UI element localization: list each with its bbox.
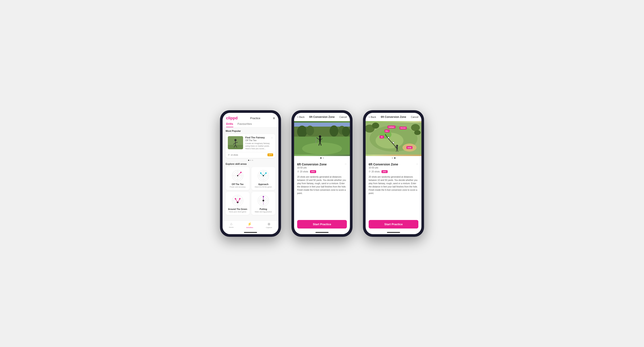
capture-icon: ⊕ (268, 222, 270, 226)
favourite-icon[interactable]: ☆ (344, 163, 347, 166)
arg-skill-name: Around The Green (228, 208, 247, 210)
approach-skill-desc: Dial-in to hit the green (255, 186, 272, 188)
ott-skill-name: Off The Tee (232, 183, 244, 185)
dot-3 (252, 160, 253, 161)
drill-title-row: 6ft Conversion Zone 10-50 yds ☆ (297, 163, 347, 169)
phone3-detail-content: 6ft Conversion Zone 10-50 yds ☆ ⏱ 20 sho… (366, 160, 422, 218)
approach-diagram (257, 169, 270, 182)
drill-thumbnail (228, 136, 243, 149)
tab-drills[interactable]: Drills (226, 122, 233, 127)
phone-3: < Back 6ft Conversion Zone Cancel (363, 110, 424, 237)
back-button[interactable]: < Back (297, 116, 304, 118)
arg-tag: ARG (310, 170, 316, 173)
svg-rect-55 (319, 138, 321, 142)
shots-row: ⏱ 20 shots ARG (297, 170, 347, 173)
svg-text:SAND: SAND (408, 147, 412, 148)
svg-point-47 (297, 126, 307, 138)
nav-capture[interactable]: ⊕ Capture (266, 222, 272, 228)
ott-diagram (231, 169, 244, 182)
drill-subtitle: Off The Tee (245, 139, 265, 142)
image-dots (294, 156, 350, 160)
hamburger-icon[interactable]: ≡ (273, 116, 275, 120)
arg-tag-3: ARG (382, 170, 388, 173)
svg-line-13 (238, 172, 241, 176)
drill-range-3: 10-50 yds (369, 167, 398, 169)
svg-text:Hit: Hit (381, 136, 383, 138)
home-icon: ⌂ (230, 222, 232, 226)
svg-point-15 (237, 175, 238, 176)
phone1-content: Most Popular (222, 127, 278, 220)
dot-2 (250, 160, 251, 161)
drill-description-3: 20 shots are randomly generated at dista… (369, 175, 418, 195)
approach-skill-name: Approach (258, 183, 268, 185)
activities-icon: ⚡ (248, 222, 252, 226)
nav-activities[interactable]: ⚡ Activities (246, 222, 253, 228)
favourite-icon-3[interactable]: ☆ (416, 163, 418, 166)
header-title: Practice (250, 117, 260, 120)
shots-info-3: ⏱ 20 shots (369, 170, 380, 173)
img-dot-3-1 (392, 157, 393, 159)
svg-point-22 (265, 172, 267, 174)
svg-point-2 (234, 139, 236, 141)
tabs-row: Drills Favourites (222, 121, 278, 127)
svg-rect-1 (228, 145, 243, 149)
image-dots-3 (366, 156, 422, 160)
skill-card-approach[interactable]: Approach Dial-in to hit the green (251, 167, 275, 190)
phone-2: < Back 6ft Conversion Zone Cancel (292, 110, 352, 237)
clock-icon-3: ⏱ (369, 170, 371, 173)
svg-text:ROUGH: ROUGH (400, 127, 406, 129)
carousel-dots (226, 160, 275, 161)
putting-diagram (257, 194, 270, 207)
shots-label: ⏱ 10 shots (228, 154, 238, 156)
clock-icon-2: ⏱ (297, 170, 299, 173)
drill-photo (294, 121, 350, 156)
tab-favourites[interactable]: Favourites (238, 122, 252, 127)
start-practice-button-3[interactable]: Start Practice (369, 220, 418, 228)
nav-activities-label: Activities (246, 226, 253, 228)
svg-point-44 (262, 200, 264, 201)
skill-card-putting[interactable]: Putting Make and lag practice (251, 192, 275, 215)
nav-home-label: Home (229, 226, 234, 228)
drill-info: Find The Fairway Off The Tee ☆ Create an… (245, 136, 273, 150)
svg-point-48 (306, 126, 314, 136)
shots-info: ⏱ 20 shots (297, 170, 308, 173)
favourite-icon[interactable]: ☆ (271, 136, 273, 139)
nav-capture-label: Capture (266, 226, 272, 228)
drill-title-row-3: 6ft Conversion Zone 10-50 yds ☆ (369, 163, 418, 169)
ott-skill-desc: Power and accuracy (230, 186, 246, 188)
home-indicator (244, 232, 257, 233)
skill-card-ott[interactable]: Off The Tee Power and accuracy (226, 167, 250, 190)
nav-home[interactable]: ⌂ Home (229, 222, 234, 228)
cancel-button-3[interactable]: Cancel (411, 116, 418, 118)
clippd-logo: clippd (226, 116, 238, 121)
back-button-3[interactable]: < Back (369, 116, 376, 118)
svg-point-14 (240, 172, 242, 173)
svg-text:FAIRWAY: FAIRWAY (388, 126, 395, 128)
svg-point-42 (263, 196, 264, 197)
svg-point-49 (330, 126, 338, 137)
explore-grid: Off The Tee Power and accuracy (226, 167, 275, 215)
explore-label: Explore skill areas (226, 163, 275, 165)
clock-icon: ⏱ (228, 154, 230, 156)
svg-point-33 (235, 198, 236, 199)
img-dot-1 (320, 157, 322, 159)
featured-drill-card[interactable]: Find The Fairway Off The Tee ☆ Create an… (226, 134, 275, 158)
ott-tag: OTT (268, 153, 273, 156)
skill-card-arg[interactable]: Around The Green Hone your short game (226, 192, 250, 215)
drill-description: Create an imaginary fairway using trees … (245, 142, 273, 150)
svg-point-24 (260, 172, 262, 174)
drill-title: 6ft Conversion Zone (297, 163, 326, 166)
cancel-button[interactable]: Cancel (340, 116, 347, 118)
svg-point-53 (302, 143, 342, 155)
start-practice-button[interactable]: Start Practice (297, 220, 347, 228)
drill-footer: ⏱ 10 shots OTT (226, 152, 275, 158)
drill-title-3: 6ft Conversion Zone (369, 163, 398, 166)
svg-point-51 (342, 127, 350, 137)
dot-1 (248, 160, 249, 161)
svg-point-86 (388, 137, 389, 138)
bottom-nav: ⌂ Home ⚡ Activities ⊕ Capture (222, 220, 278, 231)
detail-header-title: 6ft Conversion Zone (309, 115, 335, 119)
svg-point-35 (239, 198, 240, 199)
phone2-detail-content: 6ft Conversion Zone 10-50 yds ☆ ⏱ 20 sho… (294, 160, 350, 218)
drill-description: 20 shots are randomly generated at dista… (297, 175, 347, 195)
